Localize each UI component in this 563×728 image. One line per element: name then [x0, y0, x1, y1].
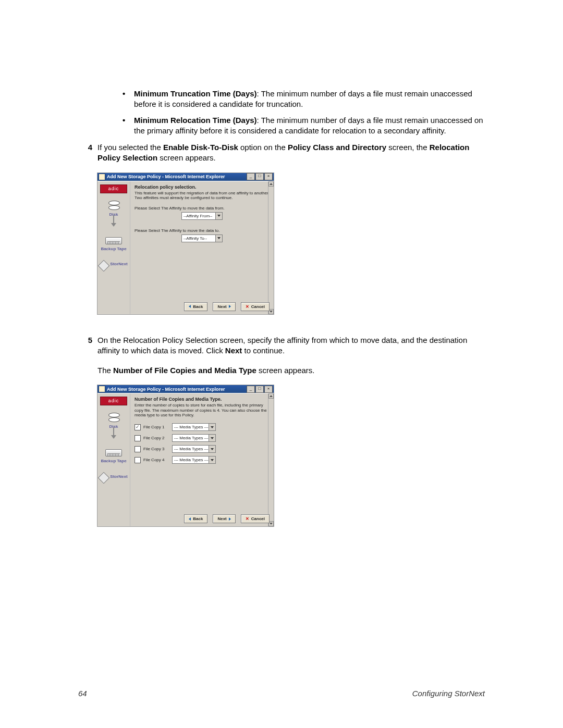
dropdown-value: --- Media Types --- — [174, 425, 209, 429]
maximize-button[interactable]: □ — [255, 173, 264, 180]
tape-icon — [105, 449, 122, 456]
definition-bullets: • Minimum Truncation Time (Days): The mi… — [123, 89, 485, 136]
file-copy-label: File Copy 4 — [143, 458, 172, 462]
page-footer: 64 Configuring StorNext — [78, 689, 485, 698]
file-copy-checkbox[interactable] — [134, 446, 141, 452]
back-button[interactable]: Back — [184, 302, 207, 311]
minimize-button[interactable]: _ — [247, 386, 255, 393]
dropdown-value: --- Media Types --- — [174, 458, 209, 462]
content-heading: Relocation policy selection. — [134, 184, 270, 190]
file-copy-checkbox[interactable] — [134, 424, 141, 430]
wizard-content: Relocation policy selection. This featur… — [130, 181, 274, 314]
footer-section: Configuring StorNext — [412, 689, 485, 698]
screenshot-relocation-policy: Add New Storage Policy - Microsoft Inter… — [97, 173, 274, 314]
chevron-down-icon — [209, 435, 215, 441]
ie-icon — [99, 386, 105, 392]
media-type-dropdown[interactable]: --- Media Types --- — [172, 434, 216, 442]
file-copy-label: File Copy 1 — [143, 425, 172, 429]
dropdown-value: --Affinity To-- — [183, 236, 207, 241]
chevron-down-icon — [209, 456, 215, 463]
stornext-icon — [98, 472, 110, 484]
dropdown-value: --- Media Types --- — [174, 447, 209, 451]
file-copy-checkbox[interactable] — [134, 435, 141, 441]
sidebar-stornext: StorNext — [100, 258, 127, 270]
bullet-term: Minimum Truncation Time (Days) — [134, 89, 257, 98]
close-button[interactable]: × — [264, 386, 273, 393]
window-controls: _ □ × — [246, 386, 273, 393]
step-text: On the Relocation Policy Selection scree… — [97, 335, 485, 356]
ie-icon — [99, 174, 105, 180]
triangle-right-icon — [229, 517, 231, 521]
cancel-button[interactable]: ✕Cancel — [241, 514, 270, 523]
next-button[interactable]: Next — [213, 302, 235, 311]
window-client: adic Disk Backup Tape StorNext Number of… — [97, 393, 274, 526]
affinity-from-dropdown[interactable]: --Affinity From-- — [181, 212, 223, 220]
file-copy-row: File Copy 2--- Media Types --- — [134, 434, 270, 442]
disk-icon — [108, 413, 119, 422]
scroll-up-icon[interactable] — [268, 181, 274, 187]
scrollbar[interactable] — [268, 393, 274, 526]
next-button[interactable]: Next — [213, 514, 235, 523]
screenshot-file-copies: Add New Storage Policy - Microsoft Inter… — [97, 385, 274, 526]
bullet-term: Minimum Relocation Time (Days) — [134, 116, 257, 125]
file-copy-checkbox[interactable] — [134, 457, 141, 463]
back-button[interactable]: Back — [184, 514, 207, 523]
wizard-buttons: Back Next ✕Cancel — [97, 302, 270, 311]
arrow-down-icon — [111, 223, 116, 227]
file-copy-row: File Copy 3--- Media Types --- — [134, 445, 270, 453]
maximize-button[interactable]: □ — [255, 386, 264, 393]
media-type-dropdown[interactable]: --- Media Types --- — [172, 445, 216, 453]
cancel-button[interactable]: ✕Cancel — [241, 302, 270, 311]
bullet-marker: • — [123, 115, 134, 137]
chevron-down-icon — [209, 424, 215, 430]
window-title: Add New Storage Policy - Microsoft Inter… — [107, 387, 246, 392]
content-heading: Number of File Copies and Media Type. — [134, 397, 270, 402]
document-page: • Minimum Truncation Time (Days): The mi… — [0, 0, 563, 728]
window-client: adic Disk Backup Tape StorNext Relocatio… — [97, 181, 274, 314]
bullet-text: Minimum Relocation Time (Days): The mini… — [134, 115, 485, 137]
wizard-sidebar: adic Disk Backup Tape StorNext — [97, 393, 130, 526]
bullet-item: • Minimum Truncation Time (Days): The mi… — [123, 89, 485, 110]
adic-logo: adic — [100, 397, 127, 405]
file-copy-label: File Copy 3 — [143, 447, 172, 451]
close-button[interactable]: × — [264, 173, 273, 180]
sidebar-label: StorNext — [110, 474, 127, 479]
chevron-down-icon — [209, 446, 215, 452]
x-icon: ✕ — [246, 516, 249, 521]
result-paragraph: The Number of File Copies and Media Type… — [97, 365, 485, 376]
content-description: Enter the number of copies to store for … — [134, 403, 270, 418]
window-controls: _ □ × — [246, 173, 273, 180]
scroll-up-icon[interactable] — [268, 393, 274, 399]
affinity-to-dropdown[interactable]: --Affinity To-- — [181, 235, 223, 242]
wizard-content: Number of File Copies and Media Type. En… — [130, 393, 274, 526]
step-number: 4 — [81, 142, 92, 164]
wizard-sidebar: adic Disk Backup Tape StorNext — [97, 181, 130, 314]
stornext-icon — [98, 260, 110, 272]
dropdown-value: --Affinity From-- — [183, 214, 212, 218]
window-title: Add New Storage Policy - Microsoft Inter… — [107, 174, 246, 179]
minimize-button[interactable]: _ — [247, 173, 255, 180]
file-copy-row: File Copy 4--- Media Types --- — [134, 456, 270, 464]
sidebar-disk: Disk — [108, 413, 119, 429]
dropdown-value: --- Media Types --- — [174, 436, 209, 440]
scrollbar[interactable] — [268, 181, 274, 314]
window-titlebar: Add New Storage Policy - Microsoft Inter… — [97, 385, 274, 393]
adic-logo: adic — [100, 184, 127, 193]
sidebar-label: StorNext — [110, 262, 127, 266]
chevron-down-icon — [215, 213, 222, 219]
bullet-marker: • — [123, 89, 134, 110]
triangle-left-icon — [189, 517, 191, 521]
affinity-to-label: Please Select The Affinity to move the d… — [134, 228, 270, 233]
media-type-dropdown[interactable]: --- Media Types --- — [172, 423, 216, 431]
file-copy-label: File Copy 2 — [143, 436, 172, 440]
affinity-from-label: Please Select The Affinity to move the d… — [134, 206, 270, 211]
file-copies-list: File Copy 1--- Media Types ---File Copy … — [134, 423, 270, 464]
media-type-dropdown[interactable]: --- Media Types --- — [172, 456, 216, 464]
window-titlebar: Add New Storage Policy - Microsoft Inter… — [97, 173, 274, 181]
disk-icon — [108, 201, 119, 210]
sidebar-label: Backup Tape — [101, 459, 126, 463]
chevron-down-icon — [215, 235, 222, 242]
sidebar-disk: Disk — [108, 201, 119, 217]
arrow-down-icon — [111, 435, 116, 439]
bullet-item: • Minimum Relocation Time (Days): The mi… — [123, 115, 485, 137]
